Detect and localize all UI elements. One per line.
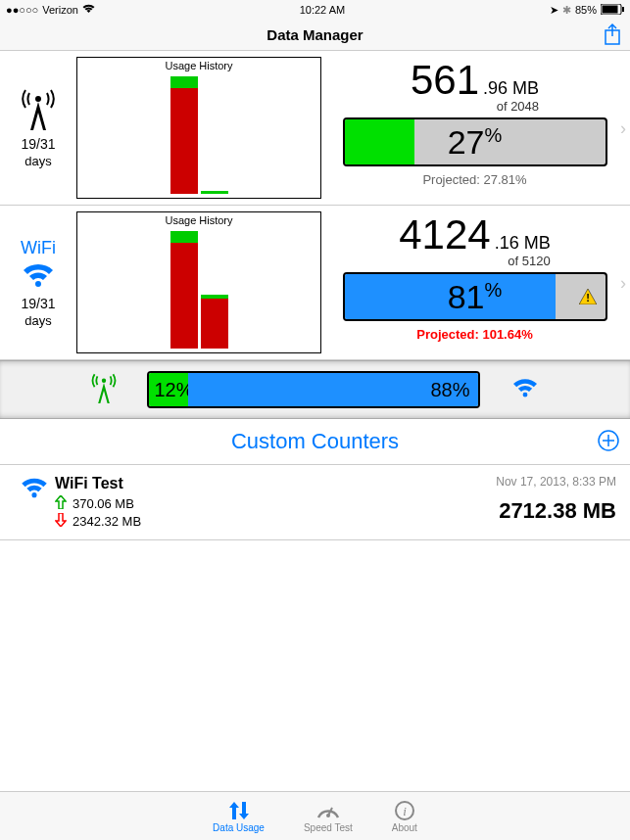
wifi-row[interactable]: WiFi 19/31 days Usage History 4124 .16 M… (0, 206, 630, 360)
chevron-right-icon: › (620, 117, 626, 138)
clock: 10:22 AM (300, 4, 345, 16)
status-bar: ●●○○○ Verizon 10:22 AM ➤ ✱ 85% (0, 0, 630, 20)
counter-total: 2712.38 MB (496, 498, 616, 524)
signal-dots-icon: ●●○○○ (6, 4, 38, 16)
counter-upload: 370.06 MB (73, 496, 134, 511)
custom-counters-header: Custom Counters (0, 419, 630, 465)
wifi-days: 19/31 (21, 296, 55, 311)
share-button[interactable] (603, 23, 622, 50)
wifi-small-icon (509, 376, 541, 403)
wifi-projected: Projected: 101.64% (416, 327, 533, 342)
battery-pct: 85% (575, 4, 597, 16)
bluetooth-icon: ✱ (562, 4, 571, 17)
cellular-used-dec: .96 MB (483, 78, 539, 99)
page-title: Data Manager (267, 26, 363, 43)
counter-name: WiFi Test (55, 475, 496, 492)
battery-icon (601, 4, 624, 17)
wifi-percent-bar: 81% ! (343, 272, 607, 321)
svg-text:!: ! (586, 292, 590, 303)
chevron-right-icon: › (620, 272, 626, 293)
svg-point-6 (101, 379, 105, 383)
counter-wifi-icon (18, 475, 51, 504)
cellular-days: 19/31 (21, 136, 55, 152)
add-counter-button[interactable] (597, 429, 620, 458)
cellular-history-chart: Usage History (76, 57, 321, 199)
download-arrow-icon (55, 513, 67, 530)
cell-tower-small-icon (90, 372, 118, 407)
wifi-status-icon (82, 4, 95, 16)
upload-arrow-icon (55, 495, 67, 512)
cellular-row[interactable]: 19/31 days Usage History 561 .96 MB of 2… (0, 51, 630, 206)
split-row: 12% 88% (0, 360, 630, 419)
svg-text:i: i (403, 804, 407, 818)
svg-point-8 (326, 814, 330, 817)
cellular-projected: Projected: 27.81% (422, 172, 526, 187)
wifi-of: of 5120 (508, 254, 550, 268)
nav-bar: Data Manager (0, 20, 630, 51)
svg-rect-2 (622, 7, 624, 12)
wifi-history-chart: Usage History (76, 211, 321, 353)
tab-about[interactable]: i About (392, 800, 417, 833)
cellular-days-label: days (24, 154, 51, 168)
tab-data-usage[interactable]: Data Usage (213, 800, 265, 833)
split-wifi-pct: 88% (430, 379, 469, 401)
tab-speed-test[interactable]: Speed Test (304, 800, 353, 833)
svg-point-4 (35, 96, 41, 102)
wifi-used-int: 4124 (399, 211, 490, 258)
counter-download: 2342.32 MB (73, 514, 141, 529)
cellular-percent-bar: 27% (343, 117, 607, 166)
tab-bar: Data Usage Speed Test i About (0, 791, 630, 840)
counter-row[interactable]: WiFi Test 370.06 MB 2342.32 MB Nov 17, 2… (0, 465, 630, 540)
split-bar: 12% 88% (147, 371, 480, 408)
cellular-of: of 2048 (497, 99, 539, 114)
cellular-used-int: 561 (411, 57, 479, 104)
carrier-label: Verizon (42, 4, 78, 16)
cell-tower-icon (20, 87, 57, 134)
counter-date: Nov 17, 2013, 8:33 PM (496, 475, 616, 489)
svg-rect-1 (602, 5, 617, 13)
wifi-label: WiFi (21, 238, 56, 258)
wifi-used-dec: .16 MB (495, 233, 551, 254)
location-icon: ➤ (550, 4, 558, 17)
wifi-days-label: days (24, 313, 51, 328)
warning-icon: ! (573, 277, 603, 316)
wifi-icon (19, 260, 58, 294)
